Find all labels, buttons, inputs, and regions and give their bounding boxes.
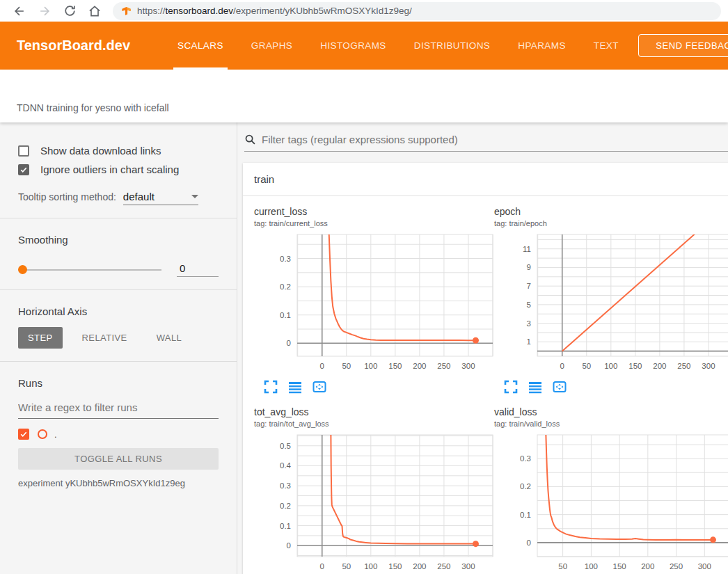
- svg-text:100: 100: [585, 562, 598, 571]
- svg-text:250: 250: [437, 362, 450, 370]
- chevron-down-icon: [191, 195, 198, 198]
- svg-text:0.2: 0.2: [520, 482, 531, 491]
- send-feedback-button[interactable]: SEND FEEDBACK: [638, 34, 728, 57]
- ignore-outliers-checkbox[interactable]: Ignore outliers in chart scaling: [18, 164, 219, 175]
- svg-text:300: 300: [702, 362, 715, 370]
- svg-text:0.1: 0.1: [520, 511, 531, 519]
- chart-title: current_loss: [254, 206, 494, 217]
- forward-icon[interactable]: [36, 3, 53, 19]
- run-checkbox-icon[interactable]: [18, 429, 29, 440]
- tooltip-sorting-label: Tooltip sorting method:: [18, 191, 116, 202]
- show-download-links-checkbox[interactable]: Show data download links: [18, 145, 219, 157]
- svg-text:100: 100: [604, 362, 617, 370]
- chart-tot_avg_loss: tot_avg_losstag: train/tot_avg_loss05010…: [254, 406, 494, 574]
- svg-text:0.4: 0.4: [280, 461, 292, 470]
- tensorboard-favicon: [121, 6, 132, 16]
- axis-wall-button[interactable]: WALL: [147, 327, 192, 349]
- svg-text:100: 100: [364, 562, 377, 571]
- chart-title: valid_loss: [494, 406, 728, 417]
- app-title: TensorBoard.dev: [0, 38, 147, 54]
- svg-text:100: 100: [364, 362, 377, 370]
- tag-group-title[interactable]: train: [243, 163, 728, 196]
- checkbox-checked-icon: [18, 164, 29, 175]
- svg-text:0: 0: [320, 362, 324, 370]
- experiment-bar: TDNN training for yesno with icefall: [0, 70, 728, 122]
- svg-text:50: 50: [342, 362, 351, 370]
- tab-scalars[interactable]: SCALARS: [164, 22, 237, 70]
- tab-graphs[interactable]: GRAPHS: [237, 22, 306, 70]
- chart-plot[interactable]: 0501001502002503001357911: [494, 233, 728, 376]
- tab-distributions[interactable]: DISTRIBUTIONS: [400, 22, 504, 70]
- browser-toolbar: https://tensorboard.dev/experiment/yKUbh…: [0, 0, 728, 22]
- chart-title: tot_avg_loss: [254, 406, 494, 417]
- smoothing-value[interactable]: 0: [177, 262, 219, 277]
- svg-text:0.3: 0.3: [280, 255, 291, 263]
- tab-text[interactable]: TEXT: [580, 22, 633, 70]
- svg-text:300: 300: [461, 362, 475, 370]
- svg-text:50: 50: [558, 562, 567, 571]
- chart-tag: tag: train/valid_loss: [494, 420, 728, 428]
- svg-text:250: 250: [437, 562, 450, 571]
- reload-icon[interactable]: [61, 3, 78, 19]
- svg-text:200: 200: [413, 362, 426, 370]
- tooltip-sorting-select[interactable]: default: [123, 191, 198, 205]
- svg-text:5: 5: [527, 301, 531, 309]
- filter-tags-input[interactable]: [262, 134, 728, 145]
- chart-tag: tag: train/current_loss: [254, 219, 494, 228]
- svg-text:0: 0: [320, 562, 324, 571]
- svg-text:150: 150: [388, 562, 402, 571]
- smoothing-slider[interactable]: [18, 269, 161, 271]
- runs-label: Runs: [18, 377, 219, 389]
- chart-epoch: epochtag: train/epoch0501001502002503001…: [494, 206, 728, 397]
- url-text: https://tensorboard.dev/experiment/yKUbh…: [137, 6, 412, 16]
- svg-text:0: 0: [527, 539, 531, 547]
- runs-filter-input[interactable]: [18, 397, 219, 419]
- fit-domain-icon[interactable]: [553, 380, 567, 397]
- chart-current_loss: current_losstag: train/current_loss05010…: [254, 206, 494, 397]
- search-icon: [244, 134, 256, 145]
- svg-text:50: 50: [342, 562, 351, 571]
- url-bar[interactable]: https://tensorboard.dev/experiment/yKUbh…: [113, 2, 721, 20]
- svg-text:0: 0: [287, 339, 291, 347]
- chart-controls: [264, 380, 494, 397]
- expand-icon[interactable]: [504, 380, 518, 397]
- svg-text:0.3: 0.3: [280, 481, 291, 490]
- train-card: train current_losstag: train/current_los…: [243, 163, 728, 574]
- chart-title: epoch: [494, 206, 728, 217]
- horizontal-axis-label: Horizontal Axis: [18, 305, 219, 317]
- nav-tabs: SCALARSGRAPHSHISTOGRAMSDISTRIBUTIONSHPAR…: [164, 22, 633, 70]
- tab-hparams[interactable]: HPARAMS: [504, 22, 580, 70]
- experiment-title: TDNN training for yesno with icefall: [17, 102, 169, 113]
- settings-sidebar: Show data download links Ignore outliers…: [0, 122, 237, 574]
- svg-text:200: 200: [653, 362, 666, 370]
- chart-plot[interactable]: 5010015020025030000.10.20.3: [494, 433, 728, 574]
- fit-domain-icon[interactable]: [312, 380, 326, 397]
- toggle-all-runs-button[interactable]: TOGGLE ALL RUNS: [18, 448, 219, 470]
- svg-text:150: 150: [628, 362, 642, 370]
- tab-histograms[interactable]: HISTOGRAMS: [306, 22, 400, 70]
- data-table-icon[interactable]: [288, 380, 302, 397]
- svg-text:7: 7: [527, 282, 531, 290]
- smoothing-label: Smoothing: [18, 234, 219, 246]
- svg-text:0.1: 0.1: [280, 311, 291, 319]
- svg-text:0.1: 0.1: [280, 522, 291, 530]
- chart-plot[interactable]: 05010015020025030000.10.20.30.40.5: [254, 433, 494, 574]
- svg-text:300: 300: [698, 562, 711, 571]
- run-name: .: [54, 429, 57, 440]
- svg-text:3: 3: [527, 319, 531, 328]
- slider-thumb[interactable]: [18, 265, 27, 274]
- experiment-id-label: experiment yKUbhb5wRmOSXYkId1z9eg: [18, 478, 219, 488]
- svg-text:150: 150: [388, 362, 402, 370]
- svg-text:1: 1: [527, 337, 531, 346]
- chart-plot[interactable]: 05010015020025030000.10.20.3: [254, 233, 494, 376]
- svg-text:50: 50: [582, 362, 591, 370]
- expand-icon[interactable]: [264, 380, 278, 397]
- chart-valid_loss: valid_losstag: train/valid_loss501001502…: [494, 406, 728, 574]
- run-item[interactable]: .: [18, 429, 219, 440]
- axis-relative-button[interactable]: RELATIVE: [72, 327, 137, 349]
- svg-text:200: 200: [413, 562, 426, 571]
- home-icon[interactable]: [86, 3, 103, 19]
- axis-step-button[interactable]: STEP: [18, 327, 63, 349]
- back-icon[interactable]: [11, 3, 28, 19]
- data-table-icon[interactable]: [528, 380, 542, 397]
